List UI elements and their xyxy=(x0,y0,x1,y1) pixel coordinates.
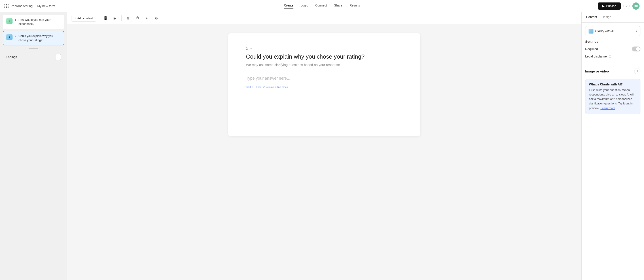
sidebar-item-1-number: 1 xyxy=(15,18,16,22)
avatar-initials: RH xyxy=(634,4,638,8)
endings-label: Endings xyxy=(6,55,17,59)
info-icon: ⓘ xyxy=(609,55,611,58)
answer-input[interactable] xyxy=(246,74,402,83)
sidebar-divider xyxy=(29,48,38,49)
image-video-label: Image or video xyxy=(585,69,609,73)
sidebar-item-2-number: 2 xyxy=(15,34,16,38)
nav-tab-create[interactable]: Create xyxy=(284,4,294,8)
keyboard-hint-text: Shift ⇧ + Enter ↵ to make a line break xyxy=(246,86,288,88)
keyboard-hint: Shift ⇧ + Enter ↵ to make a line break xyxy=(246,86,402,88)
sidebar-item-2-text: Could you explain why you chose your rat… xyxy=(18,34,60,42)
mobile-view-button[interactable]: 📱 xyxy=(102,14,109,22)
sidebar-icon-ai: ✦ xyxy=(6,34,12,40)
mobile-icon: 📱 xyxy=(103,16,108,20)
info-card: What's Clarify with AI? First, write you… xyxy=(585,79,640,114)
breadcrumb-separator: › xyxy=(34,4,36,8)
avatar[interactable]: RH xyxy=(632,2,640,10)
nav-tab-results[interactable]: Results xyxy=(350,4,360,8)
question-subtitle: We may ask some clarifying questions bas… xyxy=(246,63,402,67)
required-toggle[interactable] xyxy=(632,46,640,52)
right-panel-tabs: Content Design xyxy=(582,12,644,22)
image-video-section: Image or video + xyxy=(585,67,640,75)
sidebar-endings[interactable]: Endings + xyxy=(3,52,64,62)
breadcrumb-project[interactable]: Rebrand testing xyxy=(10,4,33,8)
play-icon: ▶ xyxy=(114,16,116,20)
gear-icon: ⚙ xyxy=(155,16,158,20)
sidebar-icon-star: ☆ xyxy=(6,18,12,24)
canvas-area: + Add content 📱 ▶ ⊕ ⏱ ✦ ⚙ xyxy=(67,12,582,280)
sidebar: ☆ 1 How would you rate your experience? … xyxy=(0,12,67,280)
help-button[interactable]: ? xyxy=(624,3,630,9)
nav-tab-logic[interactable]: Logic xyxy=(300,4,308,8)
toolbar-divider-1 xyxy=(99,16,99,21)
add-image-button[interactable]: + xyxy=(634,68,640,74)
timer-icon: ⏱ xyxy=(136,16,139,20)
question-label: 2 → xyxy=(246,47,402,50)
publish-button[interactable]: ▶ Publish xyxy=(598,2,621,10)
required-row: Required xyxy=(585,46,640,52)
right-panel-body: ✦ Clarify with AI ▾ Settings Required Le… xyxy=(582,22,644,118)
learn-more-link[interactable]: Learn more xyxy=(600,106,615,110)
info-card-title: What's Clarify with AI? xyxy=(589,82,636,86)
settings-title: Settings xyxy=(585,40,640,44)
canvas-toolbar: + Add content 📱 ▶ ⊕ ⏱ ✦ ⚙ xyxy=(67,12,582,24)
ai-dropdown-label: Clarify with AI xyxy=(595,29,614,33)
nav-tabs: Create Logic Connect Share Results xyxy=(284,4,360,8)
ai-dropdown-icon: ✦ xyxy=(588,29,594,34)
question-card: 2 → Could you explain why you chose your… xyxy=(228,33,420,136)
required-label: Required xyxy=(585,47,598,51)
wand-icon: ✦ xyxy=(145,16,148,20)
question-title[interactable]: Could you explain why you chose your rat… xyxy=(246,53,402,60)
sidebar-item-1[interactable]: ☆ 1 How would you rate your experience? xyxy=(3,15,64,29)
help-icon: ? xyxy=(626,4,628,8)
add-content-button[interactable]: + Add content xyxy=(72,15,96,22)
question-number: 2 xyxy=(246,47,248,50)
legal-disclaimer-label: Legal disclaimer ⓘ xyxy=(585,54,611,58)
toolbar-divider-2 xyxy=(122,16,122,21)
right-panel: Content Design ✦ Clarify with AI ▾ Setti… xyxy=(582,12,644,280)
breadcrumb: Rebrand testing › My new form xyxy=(4,4,55,8)
breadcrumb-form[interactable]: My new form xyxy=(37,4,55,8)
add-endings-button[interactable]: + xyxy=(55,54,61,60)
add-content-label: + Add content xyxy=(75,16,93,20)
sidebar-item-2[interactable]: ✦ 2 Could you explain why you chose your… xyxy=(3,31,64,45)
ai-dropdown[interactable]: ✦ Clarify with AI ▾ xyxy=(585,26,640,36)
nav-right: ▶ Publish ? RH xyxy=(598,2,640,10)
legal-disclaimer-text: Legal disclaimer xyxy=(585,54,608,58)
grid-icon xyxy=(4,4,9,8)
nav-tab-share[interactable]: Share xyxy=(334,4,342,8)
settings-section: Settings Required Legal disclaimer ⓘ xyxy=(585,40,640,64)
legal-disclaimer-row: Legal disclaimer ⓘ xyxy=(585,54,640,58)
top-nav: Rebrand testing › My new form Create Log… xyxy=(0,0,644,12)
preview-button[interactable]: ▶ xyxy=(111,14,119,22)
ai-dropdown-left: ✦ Clarify with AI xyxy=(588,29,614,34)
sidebar-item-1-text: How would you rate your experience? xyxy=(18,18,60,26)
play-icon: ▶ xyxy=(602,4,605,8)
publish-label: Publish xyxy=(606,4,616,8)
settings-button[interactable]: ⚙ xyxy=(152,14,160,22)
question-arrow: → xyxy=(250,47,253,50)
tab-design[interactable]: Design xyxy=(602,12,611,22)
timer-button[interactable]: ⏱ xyxy=(134,14,141,22)
tab-content[interactable]: Content xyxy=(586,12,597,22)
canvas-content: 2 → Could you explain why you chose your… xyxy=(67,24,582,280)
target-button[interactable]: ⊕ xyxy=(124,14,132,22)
chevron-down-icon: ▾ xyxy=(636,30,637,33)
info-card-body: First, write your question. When respond… xyxy=(589,88,636,110)
target-icon: ⊕ xyxy=(126,16,130,20)
nav-tab-connect[interactable]: Connect xyxy=(315,4,327,8)
add-endings-icon: + xyxy=(57,55,59,59)
main-layout: ☆ 1 How would you rate your experience? … xyxy=(0,12,644,280)
wand-button[interactable]: ✦ xyxy=(143,14,151,22)
